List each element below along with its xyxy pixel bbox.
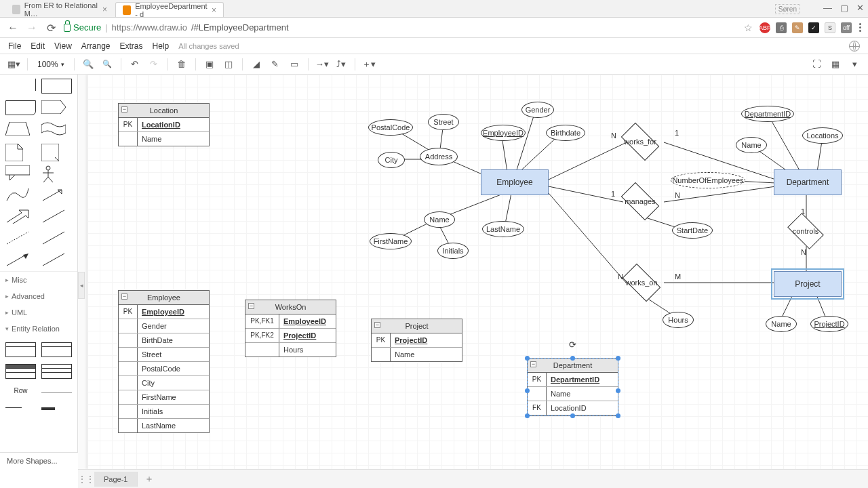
er-entity-department[interactable]: Department bbox=[774, 169, 842, 195]
shape-step[interactable] bbox=[41, 100, 72, 115]
shape-tape[interactable] bbox=[41, 122, 72, 137]
collapse-icon[interactable]: − bbox=[121, 106, 127, 113]
er-shape-row[interactable]: Row bbox=[5, 386, 36, 395]
ext-icon[interactable]: off bbox=[841, 22, 852, 33]
bookmark-icon[interactable]: ☆ bbox=[744, 22, 753, 33]
menu-icon[interactable] bbox=[859, 23, 861, 32]
menu-file[interactable]: File bbox=[8, 41, 21, 51]
cat-misc[interactable]: ▸Misc bbox=[0, 272, 77, 288]
rotate-icon[interactable]: ⟳ bbox=[569, 340, 576, 350]
forward-icon[interactable]: → bbox=[26, 22, 38, 34]
ext-icon[interactable]: ✎ bbox=[792, 22, 803, 33]
shape-trapezoid[interactable] bbox=[5, 122, 36, 137]
attr-hours[interactable]: Hours bbox=[663, 312, 694, 328]
back-icon[interactable]: ← bbox=[7, 22, 19, 34]
undo-icon[interactable]: ↶ bbox=[127, 56, 143, 73]
more-shapes-button[interactable]: More Shapes... bbox=[0, 452, 78, 469]
er-entity-employee[interactable]: Employee bbox=[481, 169, 549, 195]
attr-address[interactable]: Address bbox=[420, 148, 458, 165]
shape-line-diag[interactable] bbox=[41, 209, 72, 224]
canvas-area[interactable]: ◂ bbox=[78, 75, 868, 469]
zoom-selector[interactable]: 100%▾ bbox=[33, 60, 68, 69]
fullscreen-icon[interactable]: ⛶ bbox=[808, 56, 825, 73]
attr-employeeid[interactable]: EmployeeID bbox=[481, 125, 526, 141]
table-location[interactable]: −Location PKLocationID Name bbox=[118, 103, 210, 146]
attr-name-emp[interactable]: Name bbox=[424, 211, 455, 228]
er-entity-project[interactable]: Project bbox=[774, 271, 842, 297]
collapse-icon[interactable]: − bbox=[121, 293, 127, 300]
shape-note[interactable] bbox=[5, 144, 36, 159]
menu-view[interactable]: View bbox=[54, 41, 72, 51]
er-shape-table[interactable] bbox=[5, 342, 36, 357]
attr-startdate[interactable]: StartDate bbox=[672, 222, 713, 239]
shape-line[interactable] bbox=[41, 230, 72, 245]
menu-help[interactable]: Help bbox=[153, 41, 170, 51]
shape-curve[interactable] bbox=[5, 187, 36, 202]
menu-edit[interactable]: Edit bbox=[31, 41, 45, 51]
shape-dash[interactable] bbox=[5, 230, 36, 245]
ext-icon[interactable]: S bbox=[825, 22, 835, 33]
add-icon[interactable]: ＋▾ bbox=[361, 56, 377, 73]
attr-proj-name[interactable]: Name bbox=[766, 316, 797, 332]
view-mode-icon[interactable]: ▦▾ bbox=[5, 56, 22, 73]
attr-numemp[interactable]: NumberOfEmployees bbox=[671, 172, 745, 188]
shape-rect-open[interactable] bbox=[5, 79, 36, 91]
page-drag-icon[interactable]: ⋮⋮ bbox=[78, 474, 94, 484]
attr-dept-name[interactable]: Name bbox=[736, 137, 767, 153]
collapse-icon[interactable]: − bbox=[530, 361, 536, 367]
rel-works-on[interactable]: works_on bbox=[620, 268, 663, 297]
menu-arrange[interactable]: Arrange bbox=[81, 41, 111, 51]
er-shape-bar[interactable] bbox=[41, 407, 55, 410]
waypoint-icon[interactable]: ⤴▾ bbox=[333, 56, 349, 73]
close-icon[interactable]: × bbox=[102, 5, 107, 14]
line-icon[interactable]: ✎ bbox=[267, 56, 283, 73]
zoom-in-icon[interactable]: 🔍 bbox=[80, 56, 96, 73]
shape-arrow[interactable] bbox=[41, 187, 72, 202]
er-shape-table2[interactable] bbox=[41, 342, 72, 357]
shape-card[interactable] bbox=[5, 100, 36, 115]
rel-controls[interactable]: controls bbox=[786, 217, 825, 245]
to-front-icon[interactable]: ▣ bbox=[201, 56, 218, 73]
shape-line2[interactable] bbox=[41, 252, 72, 267]
attr-proj-id[interactable]: ProjectID bbox=[810, 316, 848, 332]
tab-employee-department[interactable]: EmployeeDepartment - d × bbox=[115, 2, 224, 17]
connection-icon[interactable]: →▾ bbox=[314, 56, 330, 73]
ext-icon[interactable]: ⎙ bbox=[776, 22, 787, 33]
shape-page[interactable] bbox=[41, 144, 72, 159]
rel-manages[interactable]: manages bbox=[619, 187, 661, 216]
attr-city[interactable]: City bbox=[378, 152, 405, 168]
ext-icon[interactable]: ✓ bbox=[808, 22, 819, 33]
er-shape-rowline[interactable] bbox=[41, 392, 72, 394]
er-shape-table4[interactable] bbox=[41, 364, 72, 379]
table-employee[interactable]: −Employee PKEmployeeID Gender BirthDate … bbox=[118, 290, 210, 433]
cat-entity-relation[interactable]: ▾Entity Relation bbox=[0, 321, 77, 337]
format-panel-icon[interactable]: ▦ bbox=[827, 56, 844, 73]
shape-actor[interactable] bbox=[41, 165, 72, 180]
reload-icon[interactable]: ⟳ bbox=[45, 22, 57, 34]
shape-arrow-solid[interactable] bbox=[5, 252, 36, 267]
add-page-icon[interactable]: ＋ bbox=[138, 470, 161, 488]
fill-icon[interactable]: ◢ bbox=[248, 56, 264, 73]
shadow-icon[interactable]: ▭ bbox=[286, 56, 302, 73]
collapse-icon[interactable]: − bbox=[248, 303, 254, 309]
close-icon[interactable]: × bbox=[212, 5, 216, 15]
er-shape-divider[interactable] bbox=[5, 407, 22, 409]
attr-street[interactable]: Street bbox=[428, 114, 459, 130]
table-department[interactable]: ⟳ −Department PKDepartmentID Name FKLoca… bbox=[527, 358, 618, 416]
url-field[interactable]: Secure | https://www.draw.io/#LEmployeeD… bbox=[64, 22, 737, 33]
maximize-icon[interactable]: ▢ bbox=[840, 3, 848, 13]
attr-firstname[interactable]: FirstName bbox=[370, 233, 412, 249]
close-window-icon[interactable]: ✕ bbox=[856, 3, 864, 13]
attr-birthdate[interactable]: Birthdate bbox=[546, 125, 585, 141]
redo-icon[interactable]: ↷ bbox=[146, 56, 162, 73]
collapse-icon[interactable]: ▾ bbox=[846, 56, 863, 73]
attr-postalcode[interactable]: PostalCode bbox=[368, 119, 413, 136]
zoom-out-icon[interactable]: 🔍 bbox=[99, 56, 115, 73]
attr-gender[interactable]: Gender bbox=[521, 102, 554, 118]
page-tab-1[interactable]: Page-1 bbox=[94, 472, 138, 487]
shape-container[interactable] bbox=[41, 79, 72, 94]
table-workson[interactable]: −WorksOn PK,FK1EmployeeID PK,FK2ProjectI… bbox=[245, 300, 336, 357]
delete-icon[interactable]: 🗑 bbox=[174, 56, 190, 73]
attr-initials[interactable]: Initials bbox=[437, 243, 469, 259]
globe-icon[interactable] bbox=[849, 41, 860, 52]
